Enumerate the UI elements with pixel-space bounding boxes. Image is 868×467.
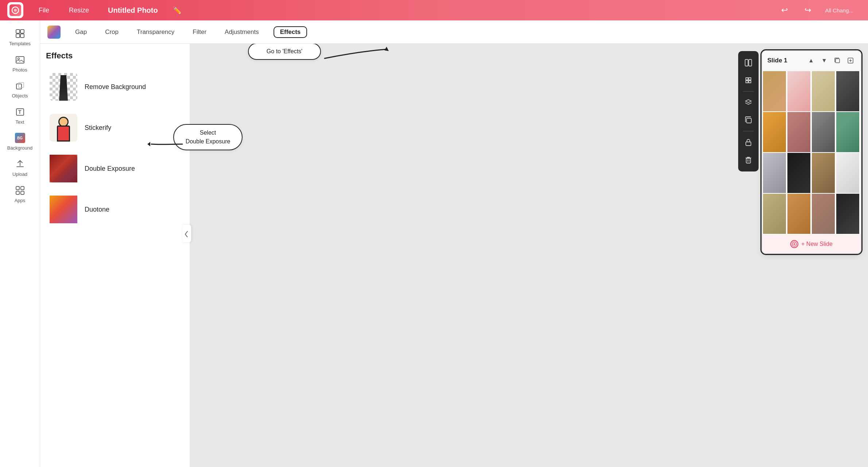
effect-thumb-stickerify <box>50 114 77 142</box>
lock-button[interactable] <box>741 135 756 150</box>
logo-icon <box>9 4 21 16</box>
slide-photo-1[interactable] <box>763 71 786 111</box>
templates-label: Templates <box>9 41 31 47</box>
effect-name-double: Double Exposure <box>85 165 135 173</box>
effect-remove-background[interactable]: Remove Background <box>46 68 184 106</box>
layers-button[interactable] <box>741 95 756 110</box>
photos-label: Photos <box>12 67 27 73</box>
svg-text:T: T <box>18 109 22 115</box>
photos-icon <box>15 55 25 65</box>
slide-header-buttons: ▲ ▼ <box>806 55 856 66</box>
apps-label: Apps <box>15 198 26 204</box>
slide-photo-2[interactable] <box>787 71 810 111</box>
resize-menu[interactable]: Resize <box>65 4 93 16</box>
slide-photo-9[interactable] <box>763 153 786 193</box>
effect-double-exposure[interactable]: Double Exposure <box>46 150 184 188</box>
slide-photo-5[interactable] <box>763 112 786 152</box>
slide-add-button[interactable] <box>845 55 856 66</box>
slide-photo-13[interactable] <box>763 194 786 234</box>
delete-button[interactable] <box>741 153 756 167</box>
replace-button[interactable] <box>741 73 756 88</box>
apps-icon <box>15 185 25 196</box>
svg-rect-19 <box>747 118 751 123</box>
edit-icon[interactable]: ✏️ <box>173 6 182 15</box>
effect-thumb-double <box>50 155 77 182</box>
transparency-button[interactable]: Transparency <box>133 26 178 38</box>
slide-down-button[interactable]: ▼ <box>819 55 829 66</box>
slide-up-button[interactable]: ▲ <box>806 55 816 66</box>
callout-effects-text: Go to 'Effects' <box>267 48 302 54</box>
sidebar-item-background[interactable]: BG Background <box>4 128 36 154</box>
slide-photo-14[interactable] <box>787 194 810 234</box>
svg-rect-20 <box>746 142 751 146</box>
objects-icon <box>15 81 25 91</box>
effects-button[interactable]: Effects <box>274 26 307 38</box>
duplicate-button[interactable] <box>741 113 756 127</box>
svg-rect-9 <box>16 84 22 89</box>
color-picker-icon[interactable] <box>47 26 61 39</box>
slide-photo-6[interactable] <box>787 112 810 152</box>
callout-double-text-line2: Double Exposure <box>186 138 230 144</box>
slide-photo-8[interactable] <box>836 112 859 152</box>
sidebar: Templates Photos Objects T <box>0 20 40 467</box>
slide-photo-10[interactable] <box>787 153 810 193</box>
svg-rect-14 <box>21 186 24 190</box>
gap-button[interactable]: Gap <box>71 26 90 38</box>
app-logo[interactable] <box>7 2 23 18</box>
slide-photo-11[interactable] <box>812 153 835 193</box>
sidebar-item-templates[interactable]: Templates <box>4 24 36 50</box>
slide-photo-12[interactable] <box>836 153 859 193</box>
text-icon: T <box>15 107 25 117</box>
callout-double-text-line1: Select <box>200 130 216 136</box>
effect-duotone[interactable]: Duotone <box>46 190 184 228</box>
sidebar-item-photos[interactable]: Photos <box>4 50 36 76</box>
callout-effects: Go to 'Effects' <box>248 43 321 60</box>
svg-rect-16 <box>21 191 24 194</box>
topbar: File Resize Untitled Photo ✏️ ↩ ↪ All Ch… <box>0 0 868 20</box>
slide-photo-4[interactable] <box>836 71 859 111</box>
svg-point-1 <box>14 9 17 12</box>
slide-panel: Slide 1 ▲ ▼ <box>762 51 861 253</box>
background-label: Background <box>7 145 32 151</box>
effect-stickerify[interactable]: Stickerify <box>46 109 184 147</box>
upload-icon <box>15 159 25 169</box>
svg-point-8 <box>18 58 19 59</box>
callout-double-exposure: Select Double Exposure <box>173 124 243 150</box>
toolbar-divider-2 <box>743 131 754 131</box>
sidebar-item-text[interactable]: T Text <box>4 103 36 128</box>
effects-panel-title: Effects <box>46 51 184 61</box>
sidebar-item-apps[interactable]: Apps <box>4 181 36 207</box>
file-menu[interactable]: File <box>34 4 54 16</box>
upload-label: Upload <box>12 171 27 177</box>
objects-label: Objects <box>12 93 28 99</box>
slide-photo-3[interactable] <box>812 71 835 111</box>
svg-rect-7 <box>16 57 24 63</box>
effects-panel: Effects Remove Background Stickerify Dou… <box>40 44 190 467</box>
slide-photo-16[interactable] <box>836 194 859 234</box>
effect-thumb-duotone <box>50 196 77 223</box>
slide-photo-15[interactable] <box>812 194 835 234</box>
effect-thumb-remove-bg <box>50 73 77 101</box>
background-icon: BG <box>15 133 25 143</box>
undo-button[interactable]: ↩ <box>778 4 791 16</box>
slide-photo-7[interactable] <box>812 112 835 152</box>
right-toolbar <box>738 51 759 171</box>
svg-rect-15 <box>16 191 19 194</box>
svg-rect-22 <box>836 59 840 63</box>
slide-copy-button[interactable] <box>832 55 842 66</box>
split-view-button[interactable] <box>741 55 756 70</box>
new-slide-label: + New Slide <box>801 241 833 247</box>
crop-button[interactable]: Crop <box>101 26 122 38</box>
collapse-panel-button[interactable] <box>182 225 191 242</box>
sidebar-item-upload[interactable]: Upload <box>4 155 36 180</box>
redo-button[interactable]: ↪ <box>802 4 814 16</box>
svg-rect-21 <box>746 158 751 163</box>
adjustments-button[interactable]: Adjustments <box>221 26 263 38</box>
save-status: All Chang... <box>825 7 853 13</box>
new-slide-button[interactable]: + New Slide <box>762 235 861 253</box>
svg-rect-5 <box>16 34 20 38</box>
filter-button[interactable]: Filter <box>189 26 210 38</box>
sidebar-item-objects[interactable]: Objects <box>4 76 36 102</box>
slide-title: Slide 1 <box>767 57 787 64</box>
svg-rect-6 <box>20 34 24 38</box>
